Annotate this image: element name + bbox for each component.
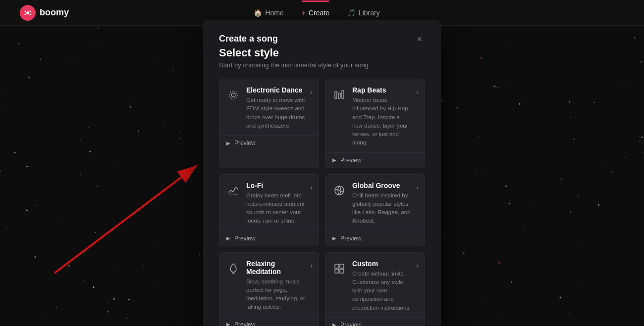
svg-rect-14 (340, 269, 344, 273)
modal-close-button[interactable]: × (414, 34, 425, 45)
svg-point-5 (231, 93, 235, 97)
style-icon-relaxing-meditation (225, 261, 241, 277)
style-name: Relaxing Meditation (246, 260, 305, 276)
style-name: Electronic Dance (246, 86, 305, 94)
style-desc: Create without limits. Customize any sty… (352, 270, 411, 312)
style-arrow-icon: › (310, 88, 313, 96)
style-icon-lo-fi (225, 183, 241, 198)
create-song-modal: Create a song × Select style Start by ch… (203, 20, 441, 326)
style-name: Rap Beats (352, 86, 411, 94)
style-info: Rap Beats Modern beats influenced by Hip… (352, 86, 411, 147)
style-name: Lo-Fi (246, 182, 305, 189)
preview-label: Preview (340, 157, 362, 164)
style-name: Custom (352, 260, 411, 268)
style-card-relaxing-meditation[interactable]: Relaxing Meditation Slow, soothing music… (219, 252, 319, 326)
style-card-body: Rap Beats Modern beats influenced by Hip… (325, 79, 425, 152)
style-arrow-icon: › (310, 184, 313, 191)
style-desc: Slow, soothing music perfect for yoga, m… (246, 278, 305, 312)
style-arrow-icon: › (416, 262, 419, 270)
play-icon: ▶ (226, 322, 230, 326)
play-icon: ▶ (332, 235, 336, 241)
modal-overlay: Create a song × Select style Start by ch… (0, 0, 644, 26)
play-icon: ▶ (332, 322, 336, 326)
style-icon-global-groove (331, 183, 347, 198)
play-icon: ▶ (226, 235, 230, 241)
style-preview-button[interactable]: ▶ Preview (325, 317, 425, 326)
style-arrow-icon: › (310, 262, 313, 270)
style-info: Global Groove Chill beats inspired by gl… (352, 182, 411, 226)
style-name: Global Groove (352, 182, 411, 189)
svg-rect-11 (335, 264, 339, 268)
style-card-body: Custom Create without limits. Customize … (325, 253, 425, 317)
svg-rect-7 (335, 92, 337, 98)
preview-label: Preview (234, 140, 256, 146)
style-icon-electronic-dance (225, 87, 241, 103)
play-icon: ▶ (332, 157, 336, 163)
style-info: Lo-Fi Grainy beats melt into nature-infu… (246, 182, 305, 226)
style-info: Custom Create without limits. Customize … (352, 260, 411, 312)
style-preview-button[interactable]: ▶ Preview (219, 231, 319, 246)
preview-label: Preview (234, 321, 256, 326)
svg-point-6 (229, 91, 237, 99)
svg-rect-12 (340, 264, 344, 268)
style-card-body: Relaxing Meditation Slow, soothing music… (219, 253, 319, 317)
style-preview-button[interactable]: ▶ Preview (325, 231, 425, 246)
style-card-lo-fi[interactable]: Lo-Fi Grainy beats melt into nature-infu… (219, 174, 319, 246)
style-card-electronic-dance[interactable]: Electronic Dance Get ready to move with … (219, 79, 319, 168)
style-info: Relaxing Meditation Slow, soothing music… (246, 260, 305, 312)
style-card-body: Global Groove Chill beats inspired by gl… (325, 175, 425, 231)
style-preview-button[interactable]: ▶ Preview (219, 135, 319, 150)
style-card-global-groove[interactable]: Global Groove Chill beats inspired by gl… (325, 174, 425, 246)
section-title: Select style (219, 47, 425, 59)
style-arrow-icon: › (416, 88, 419, 96)
style-icon-rap-beats (331, 87, 347, 103)
modal-header: Create a song × (219, 34, 425, 45)
style-desc: Chill beats inspired by globally popular… (352, 191, 411, 226)
svg-rect-9 (342, 91, 344, 98)
style-card-body: Lo-Fi Grainy beats melt into nature-infu… (219, 175, 319, 231)
style-card-body: Electronic Dance Get ready to move with … (219, 79, 319, 135)
style-card-custom[interactable]: Custom Create without limits. Customize … (325, 252, 425, 326)
svg-line-16 (54, 165, 197, 273)
section-subtitle: Start by choosing the instrumental style… (219, 61, 425, 69)
svg-rect-8 (338, 93, 340, 98)
style-desc: Grainy beats melt into nature-infused am… (246, 191, 305, 226)
style-card-rap-beats[interactable]: Rap Beats Modern beats influenced by Hip… (325, 79, 425, 168)
style-icon-custom (331, 261, 347, 277)
style-preview-button[interactable]: ▶ Preview (325, 152, 425, 168)
style-info: Electronic Dance Get ready to move with … (246, 86, 305, 130)
style-arrow-icon: › (416, 184, 419, 191)
style-preview-button[interactable]: ▶ Preview (219, 317, 319, 326)
preview-label: Preview (340, 235, 362, 242)
style-desc: Modern beats influenced by Hip Hop and T… (352, 96, 411, 147)
styles-grid: Electronic Dance Get ready to move with … (219, 79, 425, 326)
svg-rect-13 (335, 269, 339, 273)
modal-title: Create a song (219, 34, 278, 44)
style-desc: Get ready to move with EDM-style sweeps … (246, 96, 305, 130)
preview-label: Preview (340, 322, 362, 326)
play-icon: ▶ (226, 140, 230, 146)
preview-label: Preview (234, 235, 256, 242)
